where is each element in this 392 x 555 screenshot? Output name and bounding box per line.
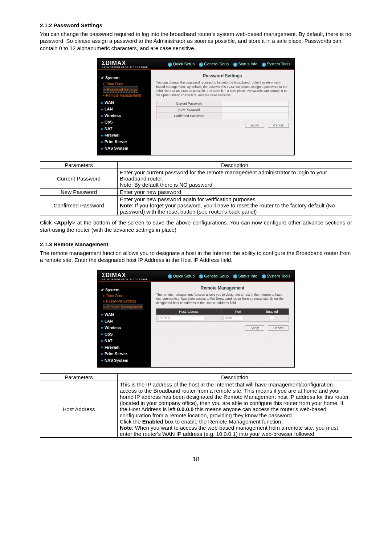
panel-desc: You can change the password required to … — [156, 81, 289, 98]
sidebar-item-firewall[interactable]: Firewall — [101, 345, 148, 349]
table-password-params: Parameters Description Current Password … — [40, 161, 352, 215]
tab-general-setup[interactable]: General Seup — [199, 62, 229, 66]
top-tabs: Quick Setup General Seup Status Info Sys… — [168, 62, 290, 66]
sidebar: ✔ System Time Zone Password Settings Rem… — [98, 282, 151, 367]
th-parameters: Parameters — [40, 373, 118, 381]
th-description: Description — [118, 162, 352, 169]
sidebar-item-print[interactable]: Print Server — [101, 139, 148, 144]
page-number: 18 — [40, 456, 352, 463]
sidebar-item-nat[interactable]: NAT — [101, 339, 148, 343]
apply-button[interactable]: Apply — [245, 325, 264, 331]
heading-213: 2.1.3 Remote Management — [40, 241, 352, 248]
table-row: Host Address This is the IP address of t… — [40, 381, 352, 437]
tab-status-info[interactable]: Status Info — [233, 62, 257, 66]
cell-desc: Enter your current password for the remo… — [118, 169, 352, 189]
field-confirmed-password: Confirmed Password — [156, 113, 289, 119]
cancel-button[interactable]: Cancel — [268, 123, 289, 128]
sidebar-item-lan[interactable]: LAN — [101, 319, 148, 323]
sidebar-item-nas[interactable]: NAS System — [101, 358, 148, 362]
sidebar-item-wan[interactable]: WAN — [101, 312, 148, 317]
field-current-password: Current Password — [156, 101, 289, 107]
sidebar-item-lan[interactable]: LAN — [101, 107, 148, 111]
paragraph-213: The remote management function allows yo… — [40, 250, 352, 264]
enabled-checkbox[interactable] — [270, 316, 274, 320]
sidebar-item-system[interactable]: ✔ System — [101, 288, 148, 292]
sidebar-item-system[interactable]: ✔ System — [101, 76, 148, 80]
panel-desc-rm: The remote management function allows yo… — [156, 293, 289, 305]
logo: ΣDIMAX NETWORKING PEOPLE TOGETHER — [102, 272, 148, 280]
sidebar-item-wireless[interactable]: Wireless — [101, 113, 148, 118]
router-screenshot-remote: ΣDIMAX NETWORKING PEOPLE TOGETHER Quick … — [97, 270, 295, 368]
panel-title-rm: Remote Management — [156, 285, 289, 291]
th-description: Description — [118, 373, 352, 381]
sidebar-sub-remote[interactable]: Remote Management — [103, 304, 143, 310]
tab-quick-setup[interactable]: Quick Setup — [168, 62, 195, 66]
sidebar: ✔ System Time Zone Password Settings Rem… — [98, 70, 151, 155]
sidebar-item-wireless[interactable]: Wireless — [101, 325, 148, 330]
sidebar-sub-password[interactable]: Password Settings — [103, 299, 148, 304]
apply-button[interactable]: Apply — [245, 123, 264, 128]
remote-mgmt-table: Host Address Port Enabled 0.0.0.0 8080 — [156, 308, 289, 322]
field-new-password: New Password — [156, 107, 289, 113]
sidebar-sub-timezone[interactable]: Time Zone — [103, 81, 148, 86]
tab-status-info[interactable]: Status Info — [233, 274, 257, 279]
table-row: New Password Enter your new password — [40, 189, 352, 196]
router-screenshot-password: ΣDIMAX NETWORKING PEOPLE TOGETHER Quick … — [97, 58, 295, 155]
top-tabs: Quick Setup General Seup Status Info Sys… — [168, 274, 290, 279]
tab-system-tools[interactable]: System Tools — [262, 62, 290, 66]
port-input[interactable]: 8080 — [224, 316, 244, 320]
sidebar-item-print[interactable]: Print Server — [101, 352, 148, 356]
cell-desc: This is the IP address of the host in th… — [118, 381, 352, 437]
sidebar-sub-password[interactable]: Password Settings — [103, 86, 138, 93]
cell-desc: Enter your new password — [118, 189, 352, 196]
tab-system-tools[interactable]: System Tools — [262, 274, 290, 279]
sidebar-sub-remote[interactable]: Remote Management — [103, 93, 148, 98]
cancel-button[interactable]: Cancel — [268, 325, 289, 331]
apply-note: Click <Apply> at the bottom of the scree… — [40, 219, 352, 233]
host-address-input[interactable]: 0.0.0.0 — [159, 316, 204, 320]
sidebar-item-firewall[interactable]: Firewall — [101, 133, 148, 137]
sidebar-sub-timezone[interactable]: Time Zone — [103, 293, 148, 299]
sidebar-item-nas[interactable]: NAS System — [101, 146, 148, 150]
logo: ΣDIMAX NETWORKING PEOPLE TOGETHER — [102, 60, 148, 68]
table-row: Confirmed Password Enter your new passwo… — [40, 196, 352, 215]
table-remote-params: Parameters Description Host Address This… — [40, 373, 352, 438]
cell-desc: Enter your new password again for verifi… — [118, 196, 352, 215]
paragraph-212: You can change the password required to … — [40, 31, 352, 52]
tab-quick-setup[interactable]: Quick Setup — [168, 274, 195, 279]
table-row: Current Password Enter your current pass… — [40, 169, 352, 189]
sidebar-item-nat[interactable]: NAT — [101, 126, 148, 131]
sidebar-item-wan[interactable]: WAN — [101, 100, 148, 105]
panel-title: Password Settings — [156, 73, 289, 78]
sidebar-item-qos[interactable]: QoS — [101, 332, 148, 336]
sidebar-item-qos[interactable]: QoS — [101, 120, 148, 124]
tab-general-setup[interactable]: General Seup — [199, 274, 229, 279]
th-parameters: Parameters — [40, 162, 118, 169]
heading-212: 2.1.2 Password Settings — [40, 22, 352, 29]
